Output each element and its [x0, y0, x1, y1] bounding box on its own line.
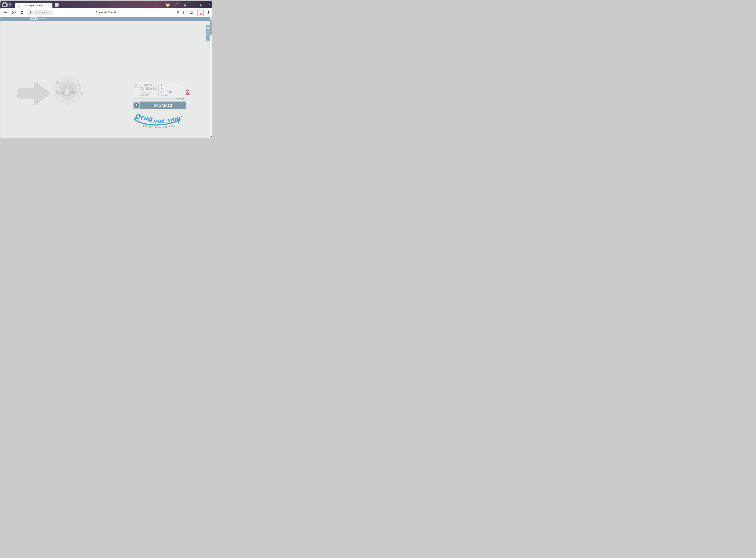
maximize-icon — [200, 4, 202, 6]
page-content: DropMeFiles 6 DAYS 23:59:13 until upload… — [0, 21, 210, 138]
preview-files-folders-tagline: PREVIEW, FILES, FOLDERS — [142, 126, 175, 128]
logo-wordmark: DropMeFiles — [45, 91, 90, 95]
avatar-icon — [166, 3, 170, 7]
collections-button[interactable] — [174, 1, 179, 8]
browser-menu-button[interactable]: ☰ — [182, 1, 187, 8]
thumb-up-icon — [207, 26, 209, 29]
tab-list-chevron[interactable] — [8, 4, 12, 6]
lock-icon — [29, 11, 32, 14]
tab-count-icon: 1 — [3, 3, 6, 7]
vertical-dots-icon: ⋮ — [182, 11, 185, 14]
screenshot-frame: 1 Example Domain ✕ — [0, 0, 213, 140]
back-button[interactable] — [3, 8, 8, 17]
file-count-label: file — [161, 87, 163, 90]
expiry-countdown: 23:59:13 — [140, 87, 157, 91]
tab-count-pill: 1 — [2, 2, 8, 7]
back-arrow-icon — [3, 10, 7, 14]
window-close-icon: ✕ — [209, 3, 210, 6]
maximize-button[interactable] — [199, 1, 204, 8]
upload-info-widget: 6 DAYS 23:59:13 until upload expiration … — [133, 82, 186, 100]
total-size: 21.1KB — [161, 90, 173, 94]
page-doc-icon — [18, 4, 21, 7]
circle-down-arrow-icon — [134, 103, 139, 108]
tab-count-value: 1 — [3, 3, 6, 6]
minimize-icon: – — [192, 4, 193, 6]
rate-page-button[interactable] — [189, 8, 194, 17]
logo-dot — [56, 81, 59, 84]
window-close-button[interactable]: ✕ — [207, 1, 212, 8]
thumbs-icon — [189, 10, 194, 15]
new-tab-button[interactable]: + — [55, 3, 59, 7]
site-header-bar: РУС ENG — [0, 17, 210, 21]
bookmarks-stack-icon — [174, 3, 178, 6]
address-overflow-menu[interactable]: ⋮ — [181, 8, 186, 17]
like-sidebar-tab[interactable] — [206, 25, 210, 41]
svg-text:Я: Я — [13, 11, 15, 14]
browser-window: 1 Example Domain ✕ — [0, 1, 212, 138]
file-alert-icon — [198, 10, 202, 15]
tab-title: Example Domain — [21, 4, 47, 6]
feedback-button[interactable] — [186, 90, 189, 95]
browser-toolbar: Я example.com Example Domain — [0, 8, 212, 17]
logo-dot — [79, 84, 81, 86]
widget-close-icon[interactable]: ✕ — [181, 83, 184, 87]
expiry-days: 6 DAYS — [140, 83, 152, 87]
more-plus-button[interactable]: + — [182, 98, 184, 100]
tabbar-divider — [14, 3, 14, 6]
lang-rus-button[interactable]: РУС — [31, 17, 37, 20]
vertical-scrollbar[interactable] — [210, 17, 212, 138]
download-button[interactable]: download — [133, 102, 186, 109]
logo-me: Me — [65, 91, 71, 95]
more-label[interactable]: MORE — [176, 98, 181, 100]
chevron-down-icon — [9, 4, 11, 6]
scroll-up-arrow-icon[interactable] — [210, 18, 212, 19]
sad-face-bubble-icon — [186, 91, 189, 95]
file-count: 1 — [161, 83, 163, 87]
language-switcher: РУС ENG — [30, 17, 45, 20]
yandex-search-button[interactable]: Я — [11, 8, 17, 17]
lang-eng-button[interactable]: ENG — [38, 17, 44, 20]
expiry-caption: until upload expiration — [140, 91, 151, 96]
downloads-button[interactable] — [206, 8, 211, 17]
url-text: example.com — [36, 11, 51, 14]
clock-icon — [134, 84, 138, 88]
site-security-badge[interactable] — [28, 10, 33, 15]
scrollbar-thumb[interactable] — [210, 20, 212, 35]
widget-more-strip: MORE + — [133, 97, 186, 100]
tab-counter-button[interactable]: 1 — [2, 2, 12, 7]
protect-download-alert-highlight[interactable] — [197, 9, 204, 16]
logo-files: Files — [71, 91, 80, 95]
toolbar-page-title: Example Domain — [96, 11, 117, 14]
address-bar[interactable]: example.com — [34, 10, 53, 15]
profile-avatar[interactable] — [165, 1, 170, 8]
tab-close-icon[interactable]: ✕ — [47, 4, 51, 7]
tab-example-domain[interactable]: Example Domain ✕ — [15, 3, 52, 8]
toolbar-divider — [187, 10, 188, 14]
tab-bar: 1 Example Domain ✕ — [0, 1, 212, 8]
bookmark-button[interactable] — [175, 8, 181, 17]
download-button-label: download — [140, 102, 186, 109]
total-size-label: total size — [161, 95, 169, 97]
reload-button[interactable] — [19, 8, 25, 17]
reload-icon — [20, 10, 24, 14]
download-button-icon-square — [133, 102, 140, 109]
logo-drop: Drop — [56, 91, 65, 95]
scroll-down-arrow-icon[interactable] — [210, 136, 212, 137]
hamburger-icon: ☰ — [183, 3, 186, 6]
bookmark-icon — [177, 11, 179, 14]
yandex-logo-icon: Я — [12, 10, 16, 15]
download-icon — [207, 10, 210, 14]
minimize-button[interactable]: – — [190, 1, 195, 8]
